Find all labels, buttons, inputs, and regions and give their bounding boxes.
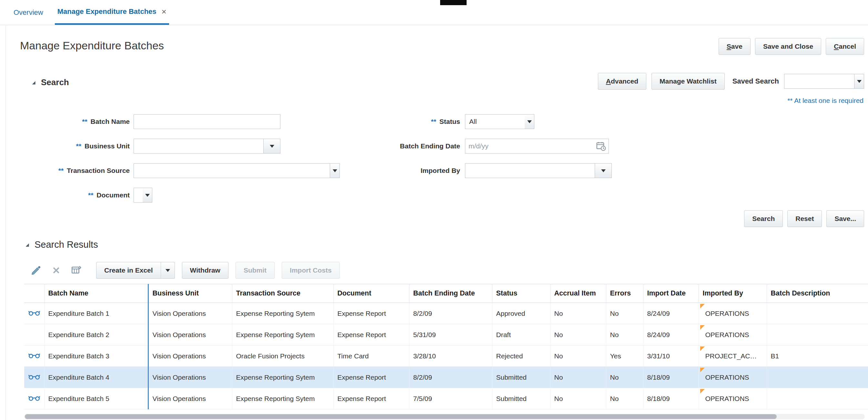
cell-document: Time Card <box>333 346 409 367</box>
delete-icon[interactable]: ✕ <box>49 263 63 278</box>
cell-errors: No <box>606 324 643 346</box>
tab-overview[interactable]: Overview <box>13 0 43 25</box>
table-row[interactable]: Expenditure Batch 2 Vision Operations Ex… <box>24 324 868 346</box>
transaction-source-input[interactable] <box>133 163 330 178</box>
required-note: ** At least one is required <box>787 97 864 104</box>
cell-transaction-source: Expense Reporting Sytem <box>232 324 333 346</box>
results-table-body: Expenditure Batch 1 Vision Operations Ex… <box>24 303 868 409</box>
required-marker: ** <box>58 167 64 174</box>
review-glasses-icon[interactable] <box>24 324 44 346</box>
withdraw-button[interactable]: Withdraw <box>182 262 228 279</box>
chevron-down-icon <box>145 194 150 197</box>
cell-batch-ending-date: 5/31/09 <box>409 324 492 346</box>
cell-accrual-item: No <box>550 346 606 367</box>
saved-search-dropdown-button[interactable] <box>855 74 864 89</box>
column-header-import-date[interactable]: Import Date <box>643 284 699 303</box>
create-in-excel-dropdown-button[interactable] <box>161 262 175 279</box>
save-search-button[interactable]: Save... <box>826 210 864 227</box>
results-toolbar: ✕ Create in Excel Withdraw Submit Import… <box>29 262 340 279</box>
column-header-business-unit[interactable]: Business Unit <box>148 284 232 303</box>
document-dropdown-button[interactable] <box>143 188 152 202</box>
column-header-document[interactable]: Document <box>333 284 409 303</box>
cell-business-unit: Vision Operations <box>148 324 232 346</box>
table-row[interactable]: Expenditure Batch 5 Vision Operations Ex… <box>24 388 868 409</box>
edit-icon[interactable] <box>29 263 43 278</box>
cell-transaction-source: Expense Reporting Sytem <box>232 303 333 324</box>
advanced-button[interactable]: Advanced <box>598 73 646 90</box>
column-header-accrual-item[interactable]: Accrual Item <box>550 284 606 303</box>
cell-document: Expense Report <box>333 324 409 346</box>
column-header-status[interactable]: Status <box>492 284 550 303</box>
save-and-close-button[interactable]: Save and Close <box>755 38 821 55</box>
search-section-header: Search <box>31 77 69 88</box>
column-header-transaction-source[interactable]: Transaction Source <box>232 284 333 303</box>
cell-status: Submitted <box>492 367 550 388</box>
disclosure-triangle-icon[interactable] <box>24 242 30 248</box>
batch-ending-date-input[interactable] <box>465 139 609 154</box>
cell-status: Rejected <box>492 346 550 367</box>
imported-by-dropdown-button[interactable] <box>595 163 612 178</box>
table-row[interactable]: Expenditure Batch 3 Vision Operations Or… <box>24 346 868 367</box>
review-glasses-icon[interactable] <box>24 346 44 367</box>
column-icon-header <box>24 284 44 303</box>
batch-ending-date-label: Batch Ending Date <box>400 142 460 150</box>
page-left-border <box>5 26 6 420</box>
horizontal-scrollbar[interactable] <box>24 414 865 419</box>
business-unit-label-box: ** Business Unit <box>20 139 130 154</box>
table-row[interactable]: Expenditure Batch 4 Vision Operations Ex… <box>24 367 868 388</box>
review-glasses-icon[interactable] <box>24 388 44 409</box>
manage-watchlist-button[interactable]: Manage Watchlist <box>651 73 725 90</box>
document-field <box>133 188 152 202</box>
cell-document: Expense Report <box>333 303 409 324</box>
changed-indicator-icon <box>700 389 705 393</box>
imported-by-input[interactable] <box>465 163 595 178</box>
cell-imported-by: PROJECT_AC… <box>699 346 767 367</box>
cell-accrual-item: No <box>550 388 606 409</box>
cell-status: Submitted <box>492 388 550 409</box>
save-button[interactable]: Save <box>719 38 750 55</box>
required-marker: ** <box>88 191 93 199</box>
close-tab-icon[interactable]: × <box>162 7 166 17</box>
cell-batch-name: Expenditure Batch 4 <box>44 367 148 388</box>
tab-manage-expenditure-batches[interactable]: Manage Expenditure Batches × <box>55 0 169 25</box>
reset-button[interactable]: Reset <box>787 210 822 227</box>
business-unit-dropdown-button[interactable] <box>264 139 280 154</box>
batch-name-input[interactable] <box>133 114 280 129</box>
search-form-buttons: Search Reset Save... <box>744 210 864 227</box>
cell-batch-description <box>767 324 868 346</box>
business-unit-input[interactable] <box>133 139 264 154</box>
disclosure-triangle-icon[interactable] <box>31 80 36 86</box>
status-field: All <box>465 114 534 129</box>
table-row[interactable]: Expenditure Batch 1 Vision Operations Ex… <box>24 303 868 324</box>
cell-transaction-source: Expense Reporting Sytem <box>232 367 333 388</box>
saved-search-label: Saved Search <box>733 77 779 86</box>
status-dropdown-button[interactable] <box>525 114 534 129</box>
cell-errors: No <box>606 388 643 409</box>
column-header-errors[interactable]: Errors <box>606 284 643 303</box>
saved-search-input[interactable] <box>784 74 855 89</box>
cell-import-date: 8/18/09 <box>643 367 699 388</box>
search-button[interactable]: Search <box>744 210 783 227</box>
status-select-value[interactable]: All <box>465 114 525 129</box>
batch-name-label: Batch Name <box>91 118 130 126</box>
cell-transaction-source: Oracle Fusion Projects <box>232 346 333 367</box>
column-header-imported-by[interactable]: Imported By <box>699 284 767 303</box>
column-header-batch-description[interactable]: Batch Description <box>767 284 868 303</box>
create-in-excel-button[interactable]: Create in Excel <box>96 262 161 279</box>
calendar-icon[interactable] <box>596 141 606 151</box>
detach-table-icon[interactable] <box>69 263 83 278</box>
search-actions: Advanced Manage Watchlist Saved Search <box>598 73 864 90</box>
table-header-row: Batch Name Business Unit Transaction Sou… <box>24 284 868 303</box>
document-select-value[interactable] <box>133 188 143 202</box>
horizontal-scrollbar-thumb[interactable] <box>25 414 777 419</box>
required-marker: ** <box>431 118 436 126</box>
column-header-batch-name[interactable]: Batch Name <box>44 284 148 303</box>
column-header-batch-ending-date[interactable]: Batch Ending Date <box>409 284 492 303</box>
manage-expenditure-batches-page: Overview Manage Expenditure Batches × Ma… <box>0 0 868 420</box>
cancel-button[interactable]: Cancel <box>826 38 864 55</box>
review-glasses-icon[interactable] <box>24 367 44 388</box>
required-marker: ** <box>82 118 87 126</box>
cell-batch-name: Expenditure Batch 5 <box>44 388 148 409</box>
review-glasses-icon[interactable] <box>24 303 44 324</box>
cell-accrual-item: No <box>550 324 606 346</box>
